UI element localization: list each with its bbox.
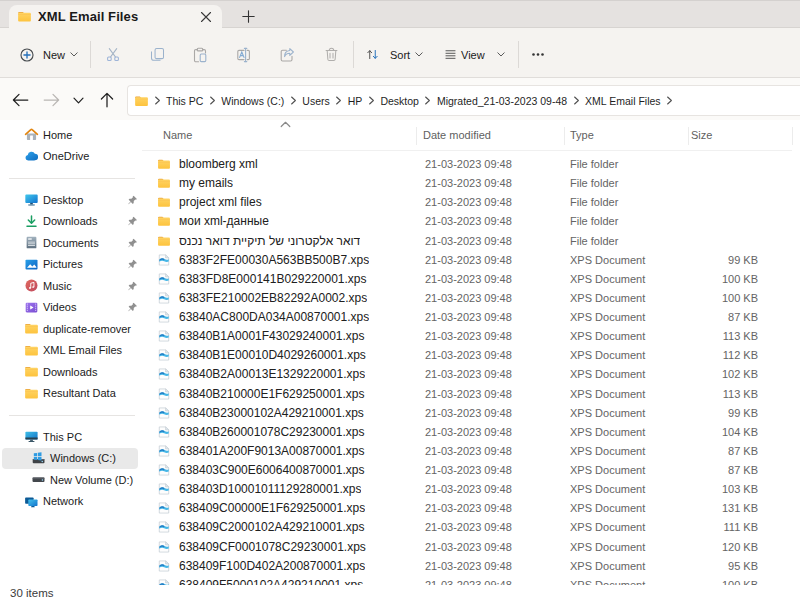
file-row[interactable]: 63840B23000102A429210001.xps21-03-2023 0… xyxy=(140,403,800,422)
share-button[interactable] xyxy=(270,32,304,77)
new-button[interactable]: New xyxy=(20,32,78,77)
file-row[interactable]: 6383F2FE00030A563BB500B7.xps21-03-2023 0… xyxy=(140,250,800,269)
column-header-type[interactable]: Type xyxy=(570,129,594,141)
column-divider[interactable] xyxy=(564,127,565,145)
breadcrumb-item[interactable]: Windows (C:) xyxy=(220,95,285,107)
file-row[interactable]: 63840AC800DA034A00870001.xps21-03-2023 0… xyxy=(140,308,800,327)
view-button[interactable]: View xyxy=(444,32,505,77)
documents-icon xyxy=(24,235,39,250)
tab-close-button[interactable] xyxy=(196,7,216,27)
breadcrumb-item[interactable]: Migrated_21-03-2023 09-48 xyxy=(436,95,568,107)
breadcrumb-item[interactable]: Desktop xyxy=(379,95,420,107)
sidebar-item-duplicate-remover[interactable]: duplicate-remover xyxy=(2,318,138,340)
sidebar-item-new-volume-d[interactable]: New Volume (D:) xyxy=(2,469,138,491)
file-row[interactable]: 638401A200F9013A00870001.xps21-03-2023 0… xyxy=(140,441,800,460)
sidebar-item-desktop[interactable]: Desktop xyxy=(2,189,138,211)
sidebar-item-pictures[interactable]: Pictures xyxy=(2,254,138,276)
file-row[interactable]: 638403D10001011129280001.xps21-03-2023 0… xyxy=(140,480,800,499)
address-bar[interactable]: This PCWindows (C:)UsersHPDesktopMigrate… xyxy=(127,85,800,116)
sidebar-item-videos[interactable]: Videos xyxy=(2,297,138,319)
copy-button[interactable] xyxy=(140,32,174,77)
forward-button[interactable] xyxy=(36,85,66,115)
xps-file-icon xyxy=(157,310,171,324)
file-row[interactable]: мои xml-данные21-03-2023 09:48File folde… xyxy=(140,212,800,231)
file-row[interactable]: 63840B1E00010D4029260001.xps21-03-2023 0… xyxy=(140,346,800,365)
file-row[interactable]: 638403C900E6006400870001.xps21-03-2023 0… xyxy=(140,461,800,480)
folder-icon xyxy=(134,93,149,108)
folder-icon xyxy=(24,364,39,379)
paste-button[interactable] xyxy=(183,32,217,77)
file-date-modified: 21-03-2023 09:48 xyxy=(425,254,512,266)
xps-file-icon xyxy=(157,444,171,458)
file-row[interactable]: 638409C2000102A429210001.xps21-03-2023 0… xyxy=(140,518,800,537)
file-name: 638403C900E6006400870001.xps xyxy=(179,463,365,477)
new-tab-button[interactable] xyxy=(236,4,260,28)
sidebar-item-windows-c[interactable]: Windows (C:) xyxy=(2,448,138,470)
sidebar-item-downloads[interactable]: Downloads xyxy=(2,211,138,233)
file-row[interactable]: דואר אלקטרוני של תיקיית דואר נכנס21-03-2… xyxy=(140,231,800,250)
file-row[interactable]: 63840B2A00013E1329220001.xps21-03-2023 0… xyxy=(140,365,800,384)
sidebar-item-this-pc[interactable]: This PC xyxy=(2,426,138,448)
file-row[interactable]: 638409CF0001078C29230001.xps21-03-2023 0… xyxy=(140,537,800,556)
sort-button[interactable]: Sort xyxy=(366,32,423,77)
recent-locations-button[interactable] xyxy=(64,85,92,115)
see-more-button[interactable] xyxy=(524,32,552,77)
file-name: 63840B260001078C29230001.xps xyxy=(179,425,365,439)
pin-icon xyxy=(128,302,138,312)
network-icon xyxy=(24,494,39,509)
xps-file-icon xyxy=(157,272,171,286)
rename-button[interactable] xyxy=(227,32,261,77)
file-type: XPS Document xyxy=(570,330,645,342)
breadcrumb-chevron-icon xyxy=(331,96,347,105)
sidebar-item-home[interactable]: Home xyxy=(2,124,138,146)
file-size: 120 KB xyxy=(722,541,758,553)
file-date-modified: 21-03-2023 09:48 xyxy=(425,235,512,247)
breadcrumb-item[interactable]: XML Email Files xyxy=(584,95,661,107)
view-button-label: View xyxy=(461,49,485,61)
file-row[interactable]: 63840B210000E1F629250001.xps21-03-2023 0… xyxy=(140,384,800,403)
sidebar-item-music[interactable]: Music xyxy=(2,275,138,297)
tab-xml-email-files[interactable]: XML Email Files xyxy=(9,5,222,29)
column-header-size[interactable]: Size xyxy=(691,129,712,141)
sidebar-item-network[interactable]: Network xyxy=(2,491,138,513)
xps-file-icon xyxy=(157,406,171,420)
breadcrumb-item[interactable]: Users xyxy=(301,95,330,107)
column-divider[interactable] xyxy=(792,127,793,145)
column-divider[interactable] xyxy=(416,127,417,145)
file-row[interactable]: 638409C00000E1F629250001.xps21-03-2023 0… xyxy=(140,499,800,518)
file-row[interactable]: 6383FD8E000141B029220001.xps21-03-2023 0… xyxy=(140,269,800,288)
sidebar-item-label: Music xyxy=(43,280,138,292)
sidebar-item-onedrive[interactable]: OneDrive xyxy=(2,146,138,168)
pin-icon xyxy=(128,238,138,248)
breadcrumb-item[interactable]: HP xyxy=(347,95,364,107)
sidebar-item-label: Downloads xyxy=(43,215,138,227)
sidebar-item-downloads[interactable]: Downloads xyxy=(2,361,138,383)
file-row[interactable]: project xml files21-03-2023 09:48File fo… xyxy=(140,193,800,212)
file-name: 638401A200F9013A00870001.xps xyxy=(179,444,365,458)
delete-button[interactable] xyxy=(314,32,348,77)
file-row[interactable]: 638409F5000102A429210001.xps21-03-2023 0… xyxy=(140,575,800,584)
sidebar-item-resultant-data[interactable]: Resultant Data xyxy=(2,383,138,405)
file-row[interactable]: 6383FE210002EB82292A0002.xps21-03-2023 0… xyxy=(140,288,800,307)
sidebar-item-label: Home xyxy=(43,129,138,141)
file-type: XPS Document xyxy=(570,464,645,476)
up-button[interactable] xyxy=(92,85,122,115)
sidebar-item-documents[interactable]: Documents xyxy=(2,232,138,254)
column-divider[interactable] xyxy=(688,127,689,145)
cut-button[interactable] xyxy=(96,32,130,77)
file-row[interactable]: 63840B260001078C29230001.xps21-03-2023 0… xyxy=(140,422,800,441)
file-row[interactable]: 63840B1A0001F43029240001.xps21-03-2023 0… xyxy=(140,327,800,346)
file-row[interactable]: bloomberg xml21-03-2023 09:48File folder xyxy=(140,155,800,174)
file-row[interactable]: my emails21-03-2023 09:48File folder xyxy=(140,174,800,193)
column-header-date[interactable]: Date modified xyxy=(423,129,491,141)
breadcrumb-item[interactable]: This PC xyxy=(165,95,204,107)
back-button[interactable] xyxy=(5,85,35,115)
file-type: XPS Document xyxy=(570,579,645,585)
file-name: 63840B210000E1F629250001.xps xyxy=(179,387,365,401)
onedrive-icon xyxy=(24,149,39,164)
column-header-name[interactable]: Name xyxy=(163,129,192,141)
breadcrumb-chevron-icon[interactable] xyxy=(662,96,678,105)
file-type: XPS Document xyxy=(570,349,645,361)
sidebar-item-xml-email-files[interactable]: XML Email Files xyxy=(2,340,138,362)
file-row[interactable]: 638409F100D402A200870001.xps21-03-2023 0… xyxy=(140,556,800,575)
